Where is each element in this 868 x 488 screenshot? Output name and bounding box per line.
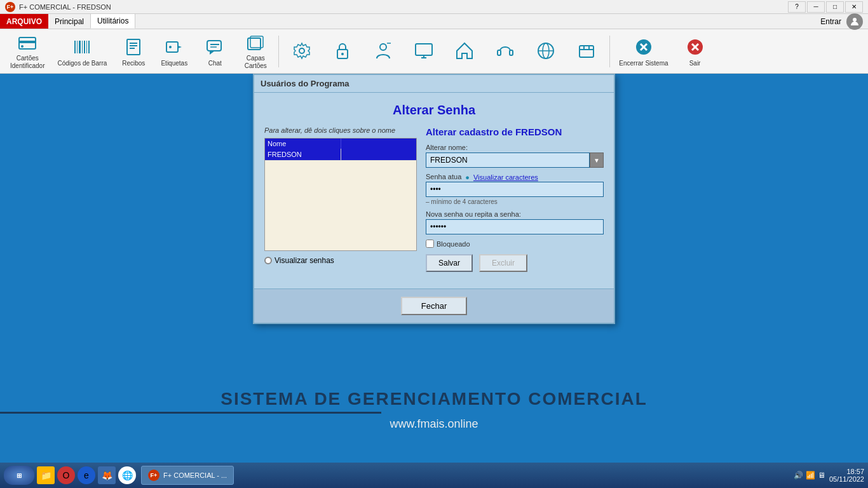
title-bar-title: F+ COMERCIAL - FREDSON: [19, 3, 111, 11]
toolbar-etiquetas[interactable]: Etiquetas: [155, 32, 193, 71]
dialog-window-title: Usuários do Programa: [261, 79, 349, 88]
dialog-titlebar: Usuários do Programa: [254, 75, 614, 93]
maximize-button[interactable]: □: [826, 1, 844, 13]
dialog-overlay: Usuários do Programa Alterar Senha Para …: [0, 74, 868, 463]
view-passwords-label: Visualizar senhas: [275, 256, 334, 265]
app-icon: F+: [5, 2, 15, 12]
toolbar-home[interactable]: [445, 32, 484, 71]
lock-icon: [331, 39, 354, 62]
taskbar-chrome[interactable]: 🌐: [118, 466, 136, 484]
fechar-button[interactable]: Fechar: [401, 297, 467, 315]
user-list-empty: [265, 161, 416, 243]
bloqueado-checkbox[interactable]: [426, 240, 434, 248]
right-title: Alterar cadastro de FREDSON: [426, 126, 604, 137]
toolbar-headset[interactable]: [486, 32, 524, 71]
display-icon[interactable]: 🖥: [818, 471, 825, 480]
toolbar-user[interactable]: [364, 32, 402, 71]
senha-atua-label: Senha atua: [426, 173, 461, 180]
dialog-body: Alterar Senha Para alterar, dê dois cliq…: [254, 93, 614, 282]
radio-visualizar[interactable]: ●: [465, 173, 470, 181]
taskbar-app-button[interactable]: F+ F+ COMERCIAL - ...: [141, 466, 234, 485]
toolbar-gear[interactable]: [283, 32, 321, 71]
menu-utilitarios[interactable]: Utilitários: [90, 14, 135, 29]
box-icon: [575, 39, 598, 62]
taskbar-firefox[interactable]: 🦊: [98, 466, 116, 484]
toolbar-sair-label: Sair: [689, 60, 701, 67]
toolbar-lock[interactable]: [323, 32, 362, 71]
volume-icon[interactable]: 🔊: [794, 471, 803, 480]
menu-principal[interactable]: Principal: [48, 14, 90, 29]
user-avatar: [846, 13, 863, 30]
col-nome: Nome: [265, 139, 341, 149]
visualizar-link[interactable]: Visualizar caracteres: [473, 173, 538, 181]
taskbar-opera[interactable]: O: [57, 466, 75, 484]
taskbar-ie[interactable]: e: [78, 466, 95, 484]
chat-icon: [203, 36, 226, 58]
toolbar-cartoes-label: CartõesIdentificador: [10, 55, 44, 70]
toolbar-recibos[interactable]: Recibos: [114, 32, 153, 71]
main-content: Usuários do Programa Alterar Senha Para …: [0, 74, 868, 463]
svg-point-25: [380, 44, 386, 50]
toolbar-cartoes[interactable]: CartõesIdentificador: [5, 32, 50, 71]
view-passwords-radio[interactable]: [264, 257, 272, 264]
salvar-button[interactable]: Salvar: [426, 254, 473, 272]
alterar-nome-input[interactable]: FREDSON: [426, 152, 590, 168]
toolbar-globe[interactable]: [527, 32, 565, 71]
gear-icon: [290, 39, 313, 62]
entrar-button[interactable]: Entrar: [820, 17, 841, 26]
bloqueado-label: Bloqueado: [437, 240, 470, 248]
user-list-table: Nome FREDSON: [264, 138, 417, 251]
excluir-button[interactable]: Excluir: [479, 254, 527, 272]
bloqueado-row: Bloqueado: [426, 240, 604, 248]
toolbar-sair[interactable]: Sair: [676, 32, 714, 71]
svg-rect-17: [207, 41, 221, 51]
senha-atual-input[interactable]: [426, 182, 604, 197]
toolbar-codigos-label: Códigos de Barra: [57, 60, 107, 67]
network-icon[interactable]: 📶: [806, 471, 815, 480]
user-row-fredson[interactable]: FREDSON: [265, 149, 416, 161]
toolbar-capas[interactable]: CapasCartões: [236, 32, 275, 71]
svg-rect-8: [84, 41, 85, 53]
field-senha-atual: Senha atua ● Visualizar caracteres – mín…: [426, 173, 604, 205]
alterar-nome-dropdown[interactable]: ▼: [590, 152, 604, 168]
toolbar-encerrar[interactable]: Encerrar Sistema: [614, 32, 673, 71]
toolbar-monitor[interactable]: [405, 32, 443, 71]
svg-rect-10: [88, 41, 90, 53]
dialog-left-panel: Para alterar, dê dois cliques sobre o no…: [264, 126, 417, 272]
time-display: 18:57: [829, 468, 864, 475]
close-button[interactable]: ✕: [845, 1, 863, 13]
tag-icon: [163, 36, 186, 58]
taskbar-app-label: F+ COMERCIAL - ...: [163, 471, 227, 479]
close-circle-icon: [632, 36, 655, 58]
dialog-right-panel: Alterar cadastro de FREDSON Alterar nome…: [426, 126, 604, 272]
menu-arquivo[interactable]: ARQUIVO: [0, 14, 48, 29]
dialog-footer: Fechar: [254, 288, 614, 323]
card-icon: [16, 33, 39, 53]
alterar-nome-label: Alterar nome:: [426, 144, 604, 151]
minimize-button[interactable]: ─: [807, 1, 825, 13]
toolbar-codigos[interactable]: Códigos de Barra: [52, 32, 112, 71]
help-button[interactable]: ?: [788, 1, 806, 13]
home-icon: [453, 39, 476, 62]
toolbar-recibos-label: Recibos: [122, 60, 145, 67]
sair-icon: [684, 36, 707, 58]
toolbar-box[interactable]: [567, 32, 606, 71]
taskbar-app-icon: F+: [148, 470, 159, 481]
svg-rect-6: [79, 41, 81, 53]
date-display: 05/11/2022: [829, 475, 864, 483]
barcode-icon: [71, 36, 93, 58]
monitor-icon: [412, 39, 435, 62]
toolbar-chat[interactable]: Chat: [196, 32, 234, 71]
svg-point-0: [853, 18, 857, 22]
nova-senha-input[interactable]: [426, 219, 604, 234]
toolbar-sep-1: [278, 36, 279, 67]
taskbar-file-explorer[interactable]: 📁: [37, 466, 55, 484]
user-cell-name: FREDSON: [265, 149, 341, 161]
view-passwords-row: Visualizar senhas: [264, 256, 417, 265]
start-button[interactable]: ⊞: [4, 466, 34, 485]
hint-text: Para alterar, dê dois cliques sobre o no…: [264, 126, 417, 134]
toolbar-capas-label: CapasCartões: [245, 55, 267, 70]
svg-rect-4: [74, 41, 76, 53]
svg-rect-5: [77, 41, 78, 53]
action-buttons: Salvar Excluir: [426, 254, 604, 272]
